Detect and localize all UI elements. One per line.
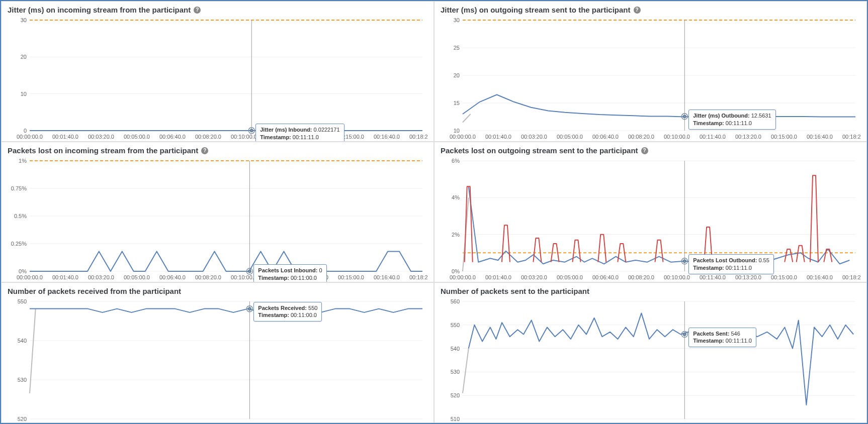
x-tick-label: 00:03:20.0 (521, 274, 547, 280)
y-tick-label: 6% (452, 158, 460, 164)
panel-title-text: Packets lost on incoming stream from the… (8, 146, 198, 155)
chart-jitter-in[interactable]: 010203000:00:00.000:01:40.000:03:20.000:… (8, 17, 427, 141)
x-tick-label: 00:11:40.0 (700, 274, 726, 280)
y-tick-label: 15 (454, 100, 460, 106)
x-tick-label: 00:15:00.0 (771, 422, 797, 423)
chart-body[interactable]: 52053054055000:00:00.000:01:40.000:03:20… (8, 298, 427, 423)
help-icon[interactable]: ? (194, 7, 201, 14)
x-tick-label: 00:00:00.0 (17, 422, 43, 423)
panel-pkts-sent: Number of packets sent to the participan… (434, 282, 867, 423)
panel-loss-out: Packets lost on outgoing stream sent to … (434, 142, 867, 282)
cursor-dot (248, 307, 251, 310)
x-tick-label: 00:16:40.0 (807, 274, 833, 280)
x-tick-label: 00:00:00.0 (450, 274, 476, 280)
tooltip-ts-value: 00:11:11.0 (293, 134, 319, 140)
chart-loss-in[interactable]: 0%0.25%0.5%0.75%1%00:00:00.000:01:40.000… (8, 158, 427, 281)
y-tick-label: 10 (21, 91, 27, 97)
x-tick-label: 00:08:20.0 (628, 134, 654, 140)
x-tick-label: 00:16:40.0 (374, 422, 400, 423)
tooltip-ts-label: Timestamp: (258, 312, 289, 318)
x-tick-label: 00:05:00.0 (124, 134, 150, 140)
y-tick-label: 0.75% (11, 185, 27, 191)
y-tick-label: 0.25% (11, 241, 27, 247)
y-tick-label: 560 (451, 298, 460, 304)
tooltip-ts-label: Timestamp: (260, 134, 291, 140)
panel-jitter-out: Jitter (ms) on outgoing stream sent to t… (434, 1, 867, 142)
y-tick-label: 30 (21, 17, 27, 23)
x-tick-label: 00:03:20.0 (88, 134, 114, 140)
x-tick-label: 00:18:20.0 (409, 422, 427, 423)
chart-jitter-out[interactable]: 101520253000:00:00.000:01:40.000:03:20.0… (441, 17, 860, 141)
chart-body[interactable]: 51052053054055056000:00:00.000:01:40.000… (441, 298, 860, 423)
x-tick-label: 00:08:20.0 (628, 274, 654, 280)
lead-segment (30, 309, 36, 393)
panel-title-text: Number of packets received from the part… (8, 287, 181, 295)
x-tick-label: 00:10:00.0 (231, 422, 257, 423)
x-tick-label: 00:10:00.0 (664, 422, 690, 423)
tooltip-metric-label: Jitter (ms) Outbound: (693, 113, 749, 119)
cursor-dot (683, 260, 686, 263)
y-tick-label: 0 (24, 128, 27, 134)
panel-title: Number of packets sent to the participan… (441, 287, 860, 295)
tooltip-ts-label: Timestamp: (693, 338, 724, 344)
x-tick-label: 00:00:00.0 (17, 134, 43, 140)
tooltip-ts-label: Timestamp: (693, 120, 724, 126)
x-tick-label: 00:08:20.0 (195, 274, 221, 280)
x-tick-label: 00:08:20.0 (628, 422, 654, 423)
chart-pkts-sent[interactable]: 51052053054055056000:00:00.000:01:40.000… (441, 298, 860, 423)
chart-body[interactable]: 0%2%4%6%00:00:00.000:01:40.000:03:20.000… (441, 158, 860, 281)
x-tick-label: 00:05:00.0 (557, 274, 583, 280)
series-outbound-loss (469, 186, 850, 264)
panel-title: Packets lost on incoming stream from the… (8, 146, 427, 155)
cursor-dot (683, 115, 686, 118)
tooltip-ts-label: Timestamp: (258, 275, 289, 281)
y-tick-label: 540 (451, 346, 460, 352)
lead-segment (463, 349, 469, 393)
x-tick-label: 00:15:00.0 (338, 422, 364, 423)
chart-body[interactable]: 010203000:00:00.000:01:40.000:03:20.000:… (8, 17, 427, 141)
chart-pkts-recv[interactable]: 52053054055000:00:00.000:01:40.000:03:20… (8, 298, 427, 423)
y-tick-label: 550 (18, 298, 27, 304)
lead-segment (463, 114, 471, 123)
chart-tooltip: Packets Lost Outbound: 0.55Timestamp: 00… (688, 254, 774, 274)
y-tick-label: 30 (454, 17, 460, 23)
y-tick-label: 510 (451, 416, 460, 422)
x-tick-label: 00:11:40.0 (700, 134, 726, 140)
help-icon[interactable]: ? (201, 147, 208, 154)
tooltip-metric-label: Jitter (ms) Inbound: (260, 127, 312, 133)
chart-loss-out[interactable]: 0%2%4%6%00:00:00.000:01:40.000:03:20.000… (441, 158, 860, 281)
panel-title-text: Jitter (ms) on outgoing stream sent to t… (441, 6, 631, 14)
x-tick-label: 00:18:20.0 (409, 134, 427, 140)
y-tick-label: 10 (454, 128, 460, 134)
x-tick-label: 00:01:40.0 (485, 274, 511, 280)
x-tick-label: 00:13:20.0 (735, 422, 761, 423)
dashboard-grid: Jitter (ms) on incoming stream from the … (0, 0, 868, 424)
x-tick-label: 00:05:00.0 (557, 134, 583, 140)
tooltip-metric-value: 550 (308, 305, 317, 311)
tooltip-metric-label: Packets Lost Outbound: (693, 257, 757, 263)
chart-body[interactable]: 101520253000:00:00.000:01:40.000:03:20.0… (441, 17, 860, 141)
x-tick-label: 00:03:20.0 (521, 134, 547, 140)
x-tick-label: 00:01:40.0 (52, 422, 78, 423)
x-tick-label: 00:10:00.0 (664, 274, 690, 280)
tooltip-metric-value: 546 (731, 331, 740, 337)
x-tick-label: 00:16:40.0 (807, 134, 833, 140)
tooltip-ts-value: 00:11:00.0 (291, 275, 317, 281)
x-tick-label: 00:05:00.0 (124, 274, 150, 280)
help-icon[interactable]: ? (634, 7, 641, 14)
x-tick-label: 00:08:20.0 (195, 422, 221, 423)
x-tick-label: 00:13:20.0 (302, 422, 328, 423)
chart-body[interactable]: 0%0.25%0.5%0.75%1%00:00:00.000:01:40.000… (8, 158, 427, 281)
x-tick-label: 00:05:00.0 (124, 422, 150, 423)
help-icon[interactable]: ? (641, 147, 648, 154)
x-tick-label: 00:06:40.0 (159, 134, 186, 140)
x-tick-label: 00:16:40.0 (374, 274, 400, 280)
chart-tooltip: Packets Lost Inbound: 0Timestamp: 00:11:… (253, 264, 326, 282)
y-tick-label: 520 (18, 416, 27, 422)
chart-tooltip: Jitter (ms) Inbound: 0.0222171Timestamp:… (255, 124, 344, 142)
tooltip-ts-value: 00:11:11.0 (726, 265, 752, 271)
tooltip-metric-value: 12.5631 (751, 113, 771, 119)
x-tick-label: 00:11:40.0 (700, 422, 726, 423)
x-tick-label: 00:00:00.0 (450, 422, 476, 423)
panel-title: Number of packets received from the part… (8, 287, 427, 295)
